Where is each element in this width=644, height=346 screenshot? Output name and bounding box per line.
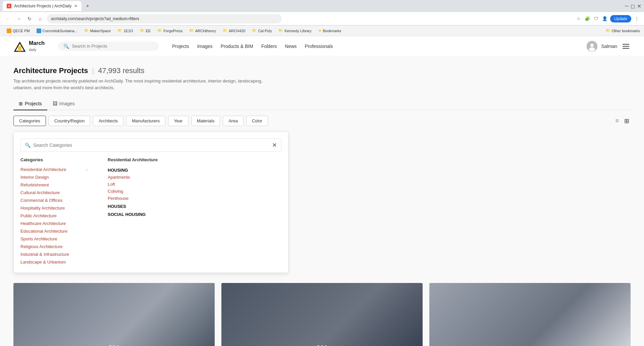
extension-icon[interactable]: 🧩 <box>584 15 591 22</box>
subcat-coliving[interactable]: Coliving <box>108 188 175 195</box>
cat-item-public[interactable]: Public Architecture <box>20 212 88 220</box>
star-icon[interactable]: ☆ <box>575 15 582 22</box>
minimize-icon[interactable]: ─ <box>625 3 629 9</box>
home-button[interactable]: ⌂ <box>36 15 44 23</box>
bookmark-bookmarks[interactable]: ★ Bookmarks <box>316 27 344 34</box>
menu-icon[interactable]: ⋮ <box>633 15 640 22</box>
user-name[interactable]: Salman <box>601 44 617 49</box>
close-icon[interactable]: ✕ <box>637 3 641 9</box>
bookmark-calpoly[interactable]: 📁 Cal Poly <box>249 27 274 34</box>
cat-item-educational[interactable]: Educational Architecture <box>20 227 88 235</box>
bookmark-qece-pm[interactable]: QECE PM <box>4 27 33 35</box>
bookmark-forgepress[interactable]: 📁 ForgePress <box>155 27 185 34</box>
cat-item-healthcare[interactable]: Healthcare Architecture <box>20 220 88 227</box>
bookmark-1e1o[interactable]: 📁 1E1O <box>115 27 136 34</box>
bookmark-favicon <box>37 28 41 33</box>
bookmark-kennedy[interactable]: 📁 Kennedy Library <box>276 27 314 34</box>
tab-title: Architecture Projects | ArchDaily <box>14 4 71 8</box>
category-search-input[interactable] <box>33 142 269 148</box>
window-controls: ─ ◻ ✕ <box>625 3 641 9</box>
restore-icon[interactable]: ◻ <box>631 3 635 9</box>
bookmark-ee[interactable]: 📁 EE <box>137 27 154 34</box>
other-bookmarks[interactable]: 📁 Other bookmarks <box>606 28 640 33</box>
project-card[interactable] <box>429 283 631 346</box>
filter-categories[interactable]: Categories <box>13 116 46 126</box>
address-bar: ← → ↻ ⌂ ☆ 🧩 🛡 👤 Update ⋮ <box>0 12 644 25</box>
subcat-penthouse[interactable]: Penthouse <box>108 195 175 202</box>
address-input[interactable] <box>47 14 282 23</box>
forward-button[interactable]: → <box>15 15 23 23</box>
nav-link-images[interactable]: Images <box>197 44 213 49</box>
back-button[interactable]: ← <box>4 15 12 23</box>
nav-link-folders[interactable]: Folders <box>261 44 277 49</box>
cat-item-commercial[interactable]: Commercial & Offices <box>20 196 88 204</box>
cat-item-landscape[interactable]: Landscape & Urbanism <box>20 258 88 266</box>
page-description: Top architecture projects recently publi… <box>13 78 282 91</box>
filter-architects[interactable]: Architects <box>93 116 123 126</box>
bookmark-label: ARCHtheory <box>195 29 216 33</box>
filter-country-region[interactable]: Country/Region <box>49 116 90 126</box>
subcat-apartments[interactable]: Apartments <box>108 174 175 181</box>
avatar[interactable] <box>587 41 597 52</box>
main-nav: Projects Images Products & BIM Folders N… <box>172 44 333 49</box>
cat-label: Commercial & Offices <box>20 198 62 203</box>
new-tab-button[interactable]: + <box>83 1 92 11</box>
bookmark-arch420[interactable]: 📁 ARCH420 <box>220 27 248 34</box>
cat-item-interior[interactable]: Interior Design <box>20 173 88 181</box>
star-icon: ★ <box>318 28 322 33</box>
grid-view-icon[interactable]: ⊞ <box>623 116 631 126</box>
nav-link-news[interactable]: News <box>285 44 297 49</box>
projects-tab-icon: ⊞ <box>19 101 23 106</box>
project-card[interactable]: EDUCATIONAL ARCHITECTURE Vilablareix 4/3… <box>221 283 423 346</box>
cat-item-sports[interactable]: Sports Architecture <box>20 235 88 243</box>
logo[interactable]: Marchdaily <box>13 40 45 53</box>
tab-images[interactable]: 🖼 Images <box>47 98 80 110</box>
filter-color[interactable]: Color <box>246 116 268 126</box>
cat-item-residential[interactable]: Residential Architecture › <box>20 166 88 173</box>
hamburger-menu[interactable] <box>621 43 631 50</box>
folder-icon: 📁 <box>278 28 283 33</box>
bookmark-label: Concrete&Sustaina... <box>43 29 77 33</box>
cat-item-hospitality[interactable]: Hospitality Architecture <box>20 204 88 212</box>
filter-manufacturers[interactable]: Manufacturers <box>126 116 165 126</box>
filter-materials[interactable]: Materials <box>191 116 220 126</box>
separator: | <box>92 66 94 75</box>
subcategories-column: Residential Architecture HOUSING Apartme… <box>108 157 175 266</box>
cat-label: Refurbishment <box>20 182 49 187</box>
category-search-bar[interactable]: 🔍 ✕ <box>20 138 281 152</box>
reload-button[interactable]: ↻ <box>25 15 34 23</box>
bookmarks-bar: QECE PM Concrete&Sustaina... 📁 MakerSpac… <box>0 25 644 36</box>
list-view-icon[interactable]: ≡ <box>614 116 620 126</box>
close-dropdown-button[interactable]: ✕ <box>272 141 277 149</box>
tab-close-button[interactable]: ✕ <box>74 4 77 8</box>
search-input[interactable] <box>72 44 146 49</box>
cat-item-industrial[interactable]: Industrial & Infrastructure <box>20 250 88 258</box>
active-tab[interactable]: A Architecture Projects | ArchDaily ✕ <box>3 1 82 11</box>
tab-projects[interactable]: ⊞ Projects <box>13 98 47 110</box>
shield-icon[interactable]: 🛡 <box>593 15 599 22</box>
subcat-loft[interactable]: Loft <box>108 181 175 188</box>
project-card[interactable]: MIXED USE ARCHITECTURE Atelier Gardens S… <box>13 283 215 346</box>
update-button[interactable]: Update <box>610 15 631 22</box>
filter-area[interactable]: Area <box>223 116 243 126</box>
cat-item-cultural[interactable]: Cultural Architecture <box>20 189 88 196</box>
view-tabs: ⊞ Projects 🖼 Images <box>13 98 631 110</box>
folder-icon: 📁 <box>157 28 162 33</box>
subcat-header-housing: HOUSING <box>108 166 175 174</box>
bookmark-archtheory[interactable]: 📁 ARCHtheory <box>186 27 219 34</box>
cat-item-refurbishment[interactable]: Refurbishment <box>20 181 88 189</box>
profile-icon[interactable]: 👤 <box>601 15 608 22</box>
bookmark-label: QECE PM <box>13 29 30 33</box>
nav-link-products-bim[interactable]: Products & BIM <box>221 44 253 49</box>
svg-point-5 <box>589 47 595 51</box>
nav-link-projects[interactable]: Projects <box>172 44 189 49</box>
cat-item-religious[interactable]: Religious Architecture <box>20 243 88 250</box>
card-image <box>221 283 423 346</box>
search-bar[interactable]: 🔍 <box>58 42 159 51</box>
bookmark-concrete[interactable]: Concrete&Sustaina... <box>34 27 80 35</box>
nav-link-professionals[interactable]: Professionals <box>305 44 333 49</box>
bookmark-makerspace[interactable]: 📁 MakerSpace <box>82 27 114 34</box>
cat-label: Healthcare Architecture <box>20 221 66 226</box>
filter-year[interactable]: Year <box>168 116 188 126</box>
folder-icon: 📁 <box>140 28 145 33</box>
